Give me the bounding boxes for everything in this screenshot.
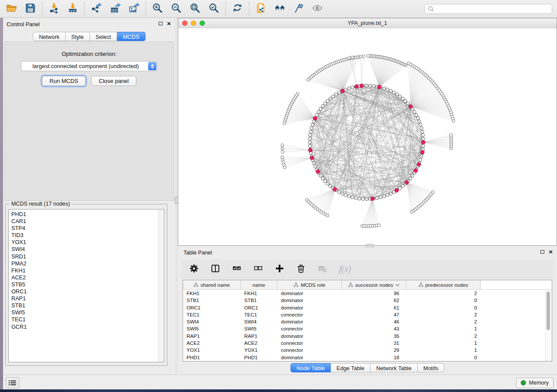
- mcds-result-item[interactable]: SRD1: [9, 253, 158, 260]
- delete-column-icon: [296, 264, 306, 275]
- table-panel-close-button[interactable]: ×: [549, 249, 553, 254]
- desktop-wallpaper-left: [0, 18, 3, 392]
- export-image-button[interactable]: [128, 3, 140, 15]
- show-columns-button[interactable]: [211, 264, 220, 275]
- mcds-result-item[interactable]: FKH1: [9, 267, 158, 274]
- search-input[interactable]: [436, 5, 552, 14]
- table-panel-float-button[interactable]: [540, 250, 544, 254]
- tab-mcds[interactable]: MCDS: [117, 32, 145, 41]
- tab-network[interactable]: Network: [33, 32, 66, 41]
- mcds-panel: Optimization criterion: largest connecte…: [4, 41, 174, 201]
- column-header-successor-nodes[interactable]: successor nodes: [342, 280, 406, 289]
- mcds-result-item[interactable]: PMA2: [9, 260, 158, 267]
- tab-motifs[interactable]: Motifs: [418, 363, 444, 372]
- close-panel-button[interactable]: Close panel: [91, 76, 136, 86]
- mcds-result-list: PHD1CAR1STP4TID3YOX1SWI4SRD1PMA2FKH1ACE2…: [8, 209, 164, 362]
- table-row[interactable]: STB1STB1dominator620: [183, 297, 552, 304]
- mcds-result-scrollbar[interactable]: [158, 210, 164, 362]
- table-panel-title: Table Panel: [183, 250, 212, 256]
- table-row[interactable]: TEC1TEC1connector472: [183, 311, 552, 318]
- mcds-result-item[interactable]: YOX1: [9, 239, 158, 246]
- import-table-button[interactable]: [67, 3, 79, 15]
- zoom-in-button[interactable]: [152, 3, 163, 15]
- tab-style[interactable]: Style: [66, 32, 90, 41]
- run-mcds-button[interactable]: Run MCDS: [42, 76, 86, 86]
- select-all-button[interactable]: [232, 264, 242, 275]
- mcds-result-item[interactable]: STB1: [9, 302, 158, 309]
- mcds-result-item[interactable]: STB5: [9, 281, 158, 288]
- column-label: predecessor nodes: [426, 282, 468, 288]
- table-row[interactable]: FKH1FKH1dominator962: [183, 290, 552, 297]
- table-row[interactable]: PHD1PHD1dominator180: [183, 354, 552, 361]
- mcds-result-item[interactable]: SWI5: [9, 309, 158, 316]
- mcds-result-item[interactable]: SWI4: [9, 246, 158, 253]
- open-file-button[interactable]: [6, 3, 17, 15]
- column-label: shared name: [201, 282, 230, 288]
- network-graph[interactable]: [178, 28, 557, 245]
- table-cell: TEC1: [241, 311, 277, 318]
- mcds-result-item[interactable]: TEC1: [9, 316, 158, 323]
- first-neighbors-button[interactable]: [274, 3, 286, 15]
- mcds-result-item[interactable]: PHD1: [9, 211, 158, 218]
- column-header-predecessor-nodes[interactable]: predecessor nodes: [406, 280, 481, 289]
- panel-list-button[interactable]: [6, 377, 19, 388]
- mcds-result-item[interactable]: GCR1: [9, 323, 158, 330]
- network-view-window: YPA_prune.txt_1: [178, 18, 557, 246]
- zoom-selected-button[interactable]: [208, 3, 220, 15]
- table-cell: 0: [406, 297, 481, 304]
- control-panel-close-button[interactable]: ×: [167, 21, 171, 26]
- mcds-result-item[interactable]: RAP1: [9, 295, 158, 302]
- table-cell: RAP1: [241, 333, 277, 340]
- table-cell: dominator: [277, 333, 342, 340]
- export-table-button[interactable]: [109, 3, 121, 15]
- table-scrollbar-thumb[interactable]: [547, 292, 550, 330]
- mcds-result-item[interactable]: CAR1: [9, 218, 158, 225]
- export-network-button[interactable]: [90, 3, 102, 15]
- tab-segment: Node TableEdge TableNetwork TableMotifs: [291, 363, 444, 372]
- save-session-button[interactable]: [24, 3, 36, 15]
- tab-select[interactable]: Select: [90, 32, 118, 41]
- tab-edge-table[interactable]: Edge Table: [331, 363, 370, 372]
- import-network-button[interactable]: [48, 3, 60, 15]
- table-row[interactable]: SWI5SWI5connector431: [183, 325, 552, 332]
- create-column-button[interactable]: [275, 264, 284, 275]
- tab-network-table[interactable]: Network Table: [370, 363, 418, 372]
- network-canvas[interactable]: [178, 28, 557, 245]
- open-session-file-button[interactable]: [255, 3, 267, 15]
- table-scrollbar[interactable]: [545, 290, 551, 361]
- graphics-details-button[interactable]: [311, 3, 323, 15]
- memory-status-icon: [521, 380, 526, 385]
- control-panel-tabs: NetworkStyleSelectMCDS: [3, 32, 175, 41]
- table-cell: 29: [342, 347, 406, 354]
- table-cell: FKH1: [241, 290, 277, 297]
- table-options-button[interactable]: [189, 264, 199, 275]
- mcds-result-item[interactable]: STP4: [9, 225, 158, 232]
- optimization-criterion-dropdown[interactable]: largest connected component (undirected): [21, 61, 157, 71]
- toolbar-group: [42, 2, 84, 16]
- tab-node-table[interactable]: Node Table: [291, 363, 331, 372]
- memory-button[interactable]: Memory: [516, 378, 554, 388]
- toolbar-group: [84, 2, 145, 16]
- deselect-all-button[interactable]: [253, 264, 263, 275]
- table-row[interactable]: ORC1ORC1dominator610: [183, 304, 552, 311]
- mcds-result-item[interactable]: TID3: [9, 232, 158, 239]
- table-row[interactable]: SWI4SWI4dominator462: [183, 318, 552, 325]
- annotation-mode-button[interactable]: [293, 3, 304, 15]
- refresh-view-icon: [232, 3, 243, 15]
- column-header-name[interactable]: name: [241, 280, 277, 289]
- mcds-result-item[interactable]: ORC1: [9, 288, 158, 295]
- table-row[interactable]: RAP1RAP1dominator352: [183, 333, 552, 340]
- refresh-view-button[interactable]: [232, 3, 243, 15]
- zoom-out-button[interactable]: [170, 3, 182, 15]
- table-cell: TEC1: [183, 311, 241, 318]
- mcds-result-item[interactable]: ACE2: [9, 274, 158, 281]
- table-cell: connector: [277, 325, 342, 332]
- delete-column-button[interactable]: [296, 264, 306, 275]
- column-header-shared-name[interactable]: shared name: [183, 280, 241, 289]
- zoom-fit-button[interactable]: [189, 3, 201, 15]
- control-panel-float-button[interactable]: [159, 22, 163, 25]
- table-row[interactable]: YOX1YOX1connector291: [183, 347, 552, 354]
- mcds-result-title: MCDS result (17 nodes): [10, 201, 72, 207]
- table-row[interactable]: ACE2ACE2connector311: [183, 340, 552, 347]
- column-header-MCDS-role[interactable]: MCDS role: [277, 280, 342, 289]
